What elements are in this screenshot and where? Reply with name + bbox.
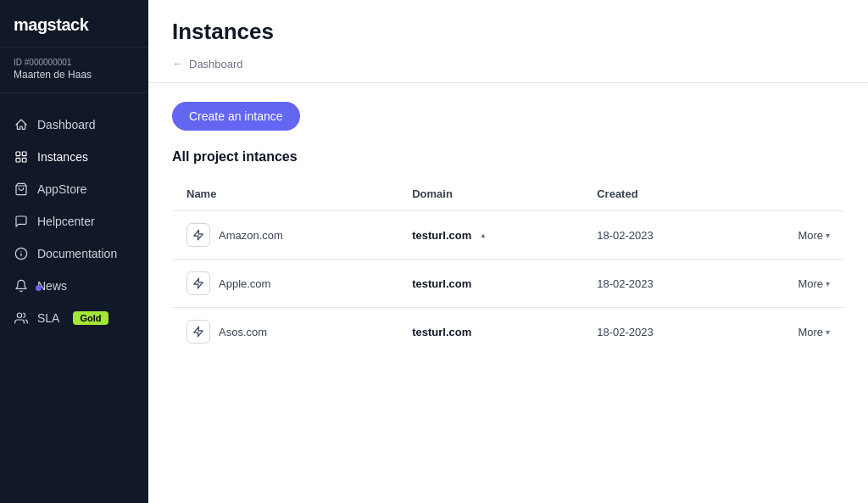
domain-value: testurl.com: [412, 326, 471, 338]
info-icon: [14, 246, 29, 261]
instance-icon: [186, 320, 210, 344]
col-header-domain: Domain: [398, 177, 583, 211]
main-content: Instances ← Dashboard Create an intance …: [148, 0, 868, 503]
cell-actions: More ▾: [736, 308, 844, 356]
sidebar-item-appstore[interactable]: AppStore: [0, 173, 148, 205]
page-title: Instances: [172, 19, 844, 45]
grid-icon: [14, 149, 29, 165]
sidebar-item-label: Helpcenter: [37, 215, 95, 228]
sidebar-item-dashboard[interactable]: Dashboard: [0, 109, 148, 141]
svg-marker-8: [194, 230, 203, 240]
more-button[interactable]: More ▾: [798, 277, 830, 290]
svg-point-7: [17, 313, 21, 317]
cell-actions: More ▾: [736, 260, 844, 308]
table-header-row: Name Domain Created: [173, 177, 844, 211]
sidebar-item-label: Documentation: [37, 247, 117, 260]
section-title: All project intances: [172, 149, 844, 165]
svg-marker-10: [194, 327, 203, 337]
create-instance-button[interactable]: Create an intance: [172, 102, 300, 131]
sidebar-item-sla[interactable]: SLA Gold: [0, 302, 148, 334]
breadcrumb-link[interactable]: Dashboard: [189, 58, 243, 70]
instances-table: Name Domain Created Amazon.com testurl.c…: [172, 176, 844, 356]
cell-name: Amazon.com: [173, 211, 399, 260]
sidebar-item-label: Instances: [37, 150, 88, 164]
more-label: More: [798, 326, 823, 338]
table-row: Asos.com testurl.com 18-02-2023 More ▾: [173, 308, 844, 356]
instance-icon: [186, 223, 210, 247]
chat-icon: [14, 214, 29, 229]
sla-badge: Gold: [73, 311, 108, 325]
page-header: Instances ← Dashboard: [148, 0, 868, 83]
col-header-created: Created: [583, 177, 735, 211]
created-date: 18-02-2023: [597, 229, 654, 242]
chevron-down-icon: ▾: [826, 231, 830, 240]
col-header-actions: [736, 177, 844, 211]
user-name: Maarten de Haas: [14, 69, 135, 81]
more-button[interactable]: More ▾: [798, 326, 830, 338]
instance-name: Amazon.com: [219, 229, 283, 242]
breadcrumb: ← Dashboard: [172, 57, 844, 82]
svg-rect-3: [22, 158, 26, 162]
sidebar: magstack ID #000000001 Maarten de Haas D…: [0, 0, 148, 503]
svg-marker-9: [194, 278, 203, 288]
more-label: More: [798, 229, 823, 242]
cell-created: 18-02-2023: [583, 211, 735, 260]
page-body: Create an intance All project intances N…: [148, 83, 868, 375]
sidebar-item-helpcenter[interactable]: Helpcenter: [0, 205, 148, 238]
instance-name: Asos.com: [219, 326, 267, 338]
logo-area: magstack: [0, 0, 148, 48]
instance-icon: [186, 271, 210, 295]
table-row: Apple.com testurl.com 18-02-2023 More ▾: [173, 260, 844, 308]
user-info: ID #000000001 Maarten de Haas: [0, 48, 148, 93]
home-icon: [14, 117, 29, 132]
app-logo: magstack: [14, 15, 88, 34]
sidebar-item-label: SLA: [37, 311, 59, 325]
domain-value: testurl.com: [412, 277, 471, 290]
svg-rect-1: [22, 152, 26, 156]
cell-domain: testurl.com: [398, 308, 583, 356]
sidebar-item-label: AppStore: [37, 182, 86, 196]
bell-icon: [14, 278, 29, 293]
svg-rect-2: [16, 158, 20, 162]
sidebar-item-news[interactable]: News: [0, 270, 148, 302]
nav-menu: Dashboard Instances AppStore: [0, 93, 148, 503]
col-header-name: Name: [173, 177, 399, 211]
created-date: 18-02-2023: [597, 277, 654, 290]
user-id: ID #000000001: [14, 58, 135, 67]
cell-domain: testurl.com ▲: [398, 211, 583, 260]
cell-name: Asos.com: [173, 308, 399, 356]
table-row: Amazon.com testurl.com ▲ 18-02-2023 More…: [173, 211, 844, 260]
chevron-down-icon: ▾: [826, 327, 830, 337]
bag-icon: [14, 182, 29, 197]
sidebar-item-instances[interactable]: Instances: [0, 141, 148, 173]
sidebar-item-documentation[interactable]: Documentation: [0, 238, 148, 270]
domain-value: testurl.com: [412, 229, 471, 242]
cell-name: Apple.com: [173, 260, 399, 308]
more-label: More: [798, 277, 823, 290]
cell-created: 18-02-2023: [583, 308, 735, 356]
notification-dot: [36, 285, 42, 291]
more-button[interactable]: More ▾: [798, 229, 830, 242]
person-icon: [14, 310, 29, 326]
sidebar-item-label: News: [37, 279, 67, 293]
cell-domain: testurl.com: [398, 260, 583, 308]
instance-name: Apple.com: [219, 277, 270, 290]
cell-created: 18-02-2023: [583, 260, 735, 308]
svg-rect-0: [16, 152, 20, 156]
breadcrumb-arrow-icon: ←: [172, 57, 184, 70]
cell-actions: More ▾: [736, 211, 844, 260]
chevron-down-icon: ▾: [826, 279, 830, 288]
sidebar-item-label: Dashboard: [37, 118, 96, 131]
created-date: 18-02-2023: [597, 326, 654, 338]
sort-arrows[interactable]: ▲: [480, 232, 487, 239]
